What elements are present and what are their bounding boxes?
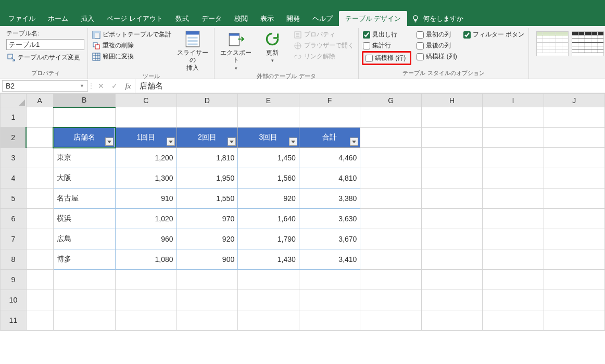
cell-I7[interactable] <box>483 229 544 249</box>
tab-help[interactable]: ヘルプ <box>306 11 339 27</box>
cell-B10[interactable] <box>53 290 115 310</box>
cell-I11[interactable] <box>483 310 544 331</box>
cell-G2[interactable] <box>360 128 421 148</box>
cell-E9[interactable] <box>238 270 299 290</box>
cell-G7[interactable] <box>360 229 421 249</box>
cell-H3[interactable] <box>421 148 482 168</box>
cell-G1[interactable] <box>360 107 421 128</box>
resize-table-button[interactable]: テーブルのサイズ変更 <box>6 52 84 63</box>
tab-data[interactable]: データ <box>195 11 228 27</box>
cell-D6[interactable]: 970 <box>177 209 238 229</box>
cell-A2[interactable] <box>26 128 53 148</box>
cell-E4[interactable]: 1,560 <box>238 168 299 189</box>
cell-G9[interactable] <box>360 270 421 290</box>
cell-B6[interactable]: 横浜 <box>53 209 115 229</box>
summarize-pivot-button[interactable]: ピボットテーブルで集計 <box>91 29 172 40</box>
row-header-10[interactable]: 10 <box>1 290 27 310</box>
tab-insert[interactable]: 挿入 <box>74 11 100 27</box>
cell-E3[interactable]: 1,450 <box>238 148 299 168</box>
cell-J9[interactable] <box>544 270 604 290</box>
cell-A4[interactable] <box>26 168 53 189</box>
filter-dropdown-icon[interactable] <box>167 137 175 146</box>
cell-J7[interactable] <box>544 229 604 249</box>
cell-F6[interactable]: 3,630 <box>299 209 360 229</box>
cell-A11[interactable] <box>26 310 53 331</box>
cell-H5[interactable] <box>421 189 482 209</box>
fx-button[interactable]: fx <box>121 79 135 93</box>
cell-D3[interactable]: 1,810 <box>177 148 238 168</box>
cell-E1[interactable] <box>238 107 299 128</box>
banded-cols-checkbox[interactable]: 縞模様 (列) <box>415 51 458 62</box>
export-button[interactable]: エクスポート▾ <box>218 29 254 71</box>
col-header-G[interactable]: G <box>360 94 421 107</box>
cell-I6[interactable] <box>483 209 544 229</box>
cell-B7[interactable]: 広島 <box>53 229 115 249</box>
cell-A9[interactable] <box>26 270 53 290</box>
col-header-D[interactable]: D <box>177 94 238 107</box>
first-col-checkbox[interactable]: 最初の列 <box>415 29 458 40</box>
col-header-I[interactable]: I <box>483 94 544 107</box>
cell-G11[interactable] <box>360 310 421 331</box>
cell-G5[interactable] <box>360 189 421 209</box>
row-header-1[interactable]: 1 <box>1 107 27 128</box>
cell-C5[interactable]: 910 <box>116 189 177 209</box>
cell-E2[interactable]: 3回目 <box>238 128 299 148</box>
col-header-J[interactable]: J <box>544 94 604 107</box>
header-row-checkbox[interactable]: 見出し行 <box>362 29 411 40</box>
cell-B5[interactable]: 名古屋 <box>53 189 115 209</box>
cell-G10[interactable] <box>360 290 421 310</box>
row-header-9[interactable]: 9 <box>1 270 27 290</box>
tab-file[interactable]: ファイル <box>2 11 42 27</box>
cell-D9[interactable] <box>177 270 238 290</box>
cell-H6[interactable] <box>421 209 482 229</box>
row-header-2[interactable]: 2 <box>1 128 27 148</box>
cell-H9[interactable] <box>421 270 482 290</box>
cell-F11[interactable] <box>299 310 360 331</box>
cell-I4[interactable] <box>483 168 544 189</box>
last-col-checkbox[interactable]: 最後の列 <box>415 40 458 51</box>
table-style-thumb-1[interactable] <box>536 31 569 56</box>
enter-button[interactable]: ✓ <box>108 79 121 93</box>
chevron-down-icon[interactable]: ▼ <box>80 83 84 89</box>
cell-J5[interactable] <box>544 189 604 209</box>
cell-A1[interactable] <box>26 107 53 128</box>
cell-G8[interactable] <box>360 249 421 270</box>
cell-F9[interactable] <box>299 270 360 290</box>
cell-H7[interactable] <box>421 229 482 249</box>
cell-C1[interactable] <box>116 107 177 128</box>
cell-C10[interactable] <box>116 290 177 310</box>
cell-J10[interactable] <box>544 290 604 310</box>
filter-dropdown-icon[interactable] <box>228 137 236 146</box>
cell-H11[interactable] <box>421 310 482 331</box>
col-header-F[interactable]: F <box>299 94 360 107</box>
row-header-4[interactable]: 4 <box>1 168 27 189</box>
cell-A10[interactable] <box>26 290 53 310</box>
select-all-corner[interactable] <box>1 94 27 107</box>
row-header-11[interactable]: 11 <box>1 310 27 331</box>
cell-F4[interactable]: 4,810 <box>299 168 360 189</box>
cell-F7[interactable]: 3,670 <box>299 229 360 249</box>
cell-E10[interactable] <box>238 290 299 310</box>
cell-D10[interactable] <box>177 290 238 310</box>
cell-A7[interactable] <box>26 229 53 249</box>
cell-G3[interactable] <box>360 148 421 168</box>
col-header-C[interactable]: C <box>116 94 177 107</box>
cell-C8[interactable]: 1,080 <box>116 249 177 270</box>
spreadsheet[interactable]: ABCDEFGHIJ12店舗名1回目2回目3回目合計3東京1,2001,8101… <box>0 93 605 331</box>
cell-F10[interactable] <box>299 290 360 310</box>
cell-H8[interactable] <box>421 249 482 270</box>
cell-C3[interactable]: 1,200 <box>116 148 177 168</box>
cell-C7[interactable]: 960 <box>116 229 177 249</box>
col-header-A[interactable]: A <box>26 94 53 107</box>
tab-table-design[interactable]: テーブル デザイン <box>339 11 408 27</box>
cell-I3[interactable] <box>483 148 544 168</box>
col-header-H[interactable]: H <box>421 94 482 107</box>
cell-H10[interactable] <box>421 290 482 310</box>
cell-A8[interactable] <box>26 249 53 270</box>
total-row-checkbox[interactable]: 集計行 <box>362 40 411 51</box>
cell-A6[interactable] <box>26 209 53 229</box>
cell-C11[interactable] <box>116 310 177 331</box>
cell-I5[interactable] <box>483 189 544 209</box>
cell-J3[interactable] <box>544 148 604 168</box>
cell-F2[interactable]: 合計 <box>299 128 360 148</box>
